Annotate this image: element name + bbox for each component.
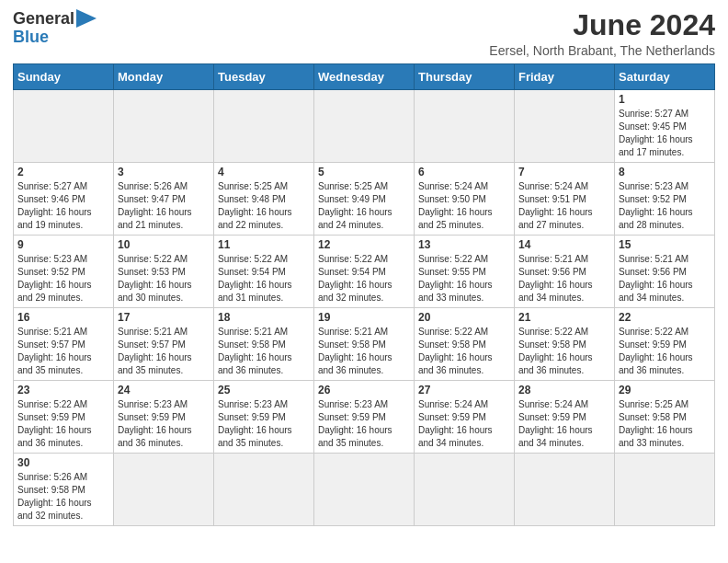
calendar-day-4: 4Sunrise: 5:25 AM Sunset: 9:48 PM Daylig… (214, 163, 314, 236)
day-number: 19 (318, 311, 410, 324)
calendar-week-1: 1Sunrise: 5:27 AM Sunset: 9:45 PM Daylig… (14, 90, 715, 163)
calendar-day-14: 14Sunrise: 5:21 AM Sunset: 9:56 PM Dayli… (515, 236, 615, 308)
calendar-day-25: 25Sunrise: 5:23 AM Sunset: 9:59 PM Dayli… (214, 381, 314, 454)
calendar-day-23: 23Sunrise: 5:22 AM Sunset: 9:59 PM Dayli… (14, 381, 114, 454)
day-info: Sunrise: 5:24 AM Sunset: 9:59 PM Dayligh… (418, 398, 510, 450)
calendar-day-2: 2Sunrise: 5:27 AM Sunset: 9:46 PM Daylig… (14, 163, 114, 236)
calendar-day-15: 15Sunrise: 5:21 AM Sunset: 9:56 PM Dayli… (615, 236, 715, 308)
calendar-day-empty (14, 90, 114, 163)
day-number: 10 (118, 238, 210, 251)
day-info: Sunrise: 5:25 AM Sunset: 9:58 PM Dayligh… (619, 398, 711, 450)
calendar-day-18: 18Sunrise: 5:21 AM Sunset: 9:58 PM Dayli… (214, 308, 314, 381)
calendar-day-27: 27Sunrise: 5:24 AM Sunset: 9:59 PM Dayli… (415, 381, 515, 454)
calendar-week-2: 2Sunrise: 5:27 AM Sunset: 9:46 PM Daylig… (14, 163, 715, 236)
header: General Blue June 2024 Eersel, North Bra… (13, 9, 715, 58)
calendar-day-11: 11Sunrise: 5:22 AM Sunset: 9:54 PM Dayli… (214, 236, 314, 308)
day-header-monday: Monday (114, 64, 214, 90)
day-number: 18 (218, 311, 310, 324)
day-number: 5 (318, 166, 410, 178)
day-number: 11 (218, 238, 310, 251)
day-info: Sunrise: 5:22 AM Sunset: 9:53 PM Dayligh… (118, 253, 210, 304)
day-number: 22 (619, 311, 711, 324)
calendar-day-empty (415, 90, 515, 163)
day-number: 24 (118, 384, 210, 396)
calendar-day-7: 7Sunrise: 5:24 AM Sunset: 9:51 PM Daylig… (515, 163, 615, 236)
calendar-table: SundayMondayTuesdayWednesdayThursdayFrid… (13, 63, 715, 526)
calendar-day-28: 28Sunrise: 5:24 AM Sunset: 9:59 PM Dayli… (515, 381, 615, 454)
day-number: 9 (17, 238, 109, 251)
calendar-day-29: 29Sunrise: 5:25 AM Sunset: 9:58 PM Dayli… (615, 381, 715, 454)
day-info: Sunrise: 5:22 AM Sunset: 9:58 PM Dayligh… (418, 326, 510, 377)
calendar-day-5: 5Sunrise: 5:25 AM Sunset: 9:49 PM Daylig… (314, 163, 415, 236)
day-header-saturday: Saturday (615, 64, 715, 90)
logo-blue-text: Blue (13, 28, 49, 46)
calendar-day-20: 20Sunrise: 5:22 AM Sunset: 9:58 PM Dayli… (415, 308, 515, 381)
calendar-day-empty (515, 90, 615, 163)
calendar-day-empty (515, 454, 615, 526)
calendar-day-10: 10Sunrise: 5:22 AM Sunset: 9:53 PM Dayli… (114, 236, 214, 308)
calendar-day-empty (314, 90, 415, 163)
day-header-sunday: Sunday (14, 64, 114, 90)
day-info: Sunrise: 5:21 AM Sunset: 9:56 PM Dayligh… (518, 253, 610, 304)
day-number: 26 (318, 384, 410, 396)
day-number: 7 (518, 166, 610, 178)
calendar-day-26: 26Sunrise: 5:23 AM Sunset: 9:59 PM Dayli… (314, 381, 415, 454)
day-number: 21 (518, 311, 610, 324)
day-number: 17 (118, 311, 210, 324)
day-number: 23 (17, 384, 109, 396)
calendar-day-13: 13Sunrise: 5:22 AM Sunset: 9:55 PM Dayli… (415, 236, 515, 308)
calendar-day-empty (214, 90, 314, 163)
day-info: Sunrise: 5:24 AM Sunset: 9:51 PM Dayligh… (518, 180, 610, 232)
calendar-week-3: 9Sunrise: 5:23 AM Sunset: 9:52 PM Daylig… (14, 236, 715, 308)
calendar-week-6: 30Sunrise: 5:26 AM Sunset: 9:58 PM Dayli… (14, 454, 715, 526)
day-info: Sunrise: 5:22 AM Sunset: 9:54 PM Dayligh… (218, 253, 310, 304)
day-info: Sunrise: 5:23 AM Sunset: 9:52 PM Dayligh… (17, 253, 109, 304)
calendar-day-8: 8Sunrise: 5:23 AM Sunset: 9:52 PM Daylig… (615, 163, 715, 236)
day-info: Sunrise: 5:23 AM Sunset: 9:52 PM Dayligh… (619, 180, 711, 232)
logo-general-text: General (13, 10, 74, 27)
day-number: 27 (418, 384, 510, 396)
day-info: Sunrise: 5:27 AM Sunset: 9:46 PM Dayligh… (17, 180, 109, 232)
day-header-tuesday: Tuesday (214, 64, 314, 90)
day-info: Sunrise: 5:22 AM Sunset: 9:59 PM Dayligh… (619, 326, 711, 377)
calendar-day-17: 17Sunrise: 5:21 AM Sunset: 9:57 PM Dayli… (114, 308, 214, 381)
day-info: Sunrise: 5:26 AM Sunset: 9:58 PM Dayligh… (17, 471, 109, 523)
day-info: Sunrise: 5:25 AM Sunset: 9:49 PM Dayligh… (318, 180, 410, 232)
day-info: Sunrise: 5:25 AM Sunset: 9:48 PM Dayligh… (218, 180, 310, 232)
calendar-day-16: 16Sunrise: 5:21 AM Sunset: 9:57 PM Dayli… (14, 308, 114, 381)
calendar-day-24: 24Sunrise: 5:23 AM Sunset: 9:59 PM Dayli… (114, 381, 214, 454)
day-number: 20 (418, 311, 510, 324)
logo-triangle-icon (76, 9, 97, 28)
day-header-wednesday: Wednesday (314, 64, 415, 90)
month-title: June 2024 (489, 9, 715, 41)
day-info: Sunrise: 5:26 AM Sunset: 9:47 PM Dayligh… (118, 180, 210, 232)
calendar-day-empty (114, 454, 214, 526)
calendar-week-5: 23Sunrise: 5:22 AM Sunset: 9:59 PM Dayli… (14, 381, 715, 454)
day-number: 8 (619, 166, 711, 178)
calendar-header-row: SundayMondayTuesdayWednesdayThursdayFrid… (14, 64, 715, 90)
calendar-day-22: 22Sunrise: 5:22 AM Sunset: 9:59 PM Dayli… (615, 308, 715, 381)
svg-marker-0 (76, 9, 97, 28)
day-number: 2 (17, 166, 109, 178)
calendar-day-empty (214, 454, 314, 526)
day-number: 29 (619, 384, 711, 396)
day-info: Sunrise: 5:27 AM Sunset: 9:45 PM Dayligh… (619, 108, 711, 159)
calendar-day-30: 30Sunrise: 5:26 AM Sunset: 9:58 PM Dayli… (14, 454, 114, 526)
calendar-day-21: 21Sunrise: 5:22 AM Sunset: 9:58 PM Dayli… (515, 308, 615, 381)
day-info: Sunrise: 5:22 AM Sunset: 9:54 PM Dayligh… (318, 253, 410, 304)
location-subtitle: Eersel, North Brabant, The Netherlands (489, 43, 715, 58)
day-number: 14 (518, 238, 610, 251)
day-info: Sunrise: 5:22 AM Sunset: 9:58 PM Dayligh… (518, 326, 610, 377)
calendar-day-9: 9Sunrise: 5:23 AM Sunset: 9:52 PM Daylig… (14, 236, 114, 308)
logo: General Blue (13, 9, 97, 47)
calendar-day-empty (314, 454, 415, 526)
day-number: 12 (318, 238, 410, 251)
calendar-day-12: 12Sunrise: 5:22 AM Sunset: 9:54 PM Dayli… (314, 236, 415, 308)
day-info: Sunrise: 5:23 AM Sunset: 9:59 PM Dayligh… (118, 398, 210, 450)
day-number: 25 (218, 384, 310, 396)
day-header-thursday: Thursday (415, 64, 515, 90)
day-number: 28 (518, 384, 610, 396)
day-number: 1 (619, 93, 711, 106)
day-number: 30 (17, 456, 109, 469)
day-number: 6 (418, 166, 510, 178)
